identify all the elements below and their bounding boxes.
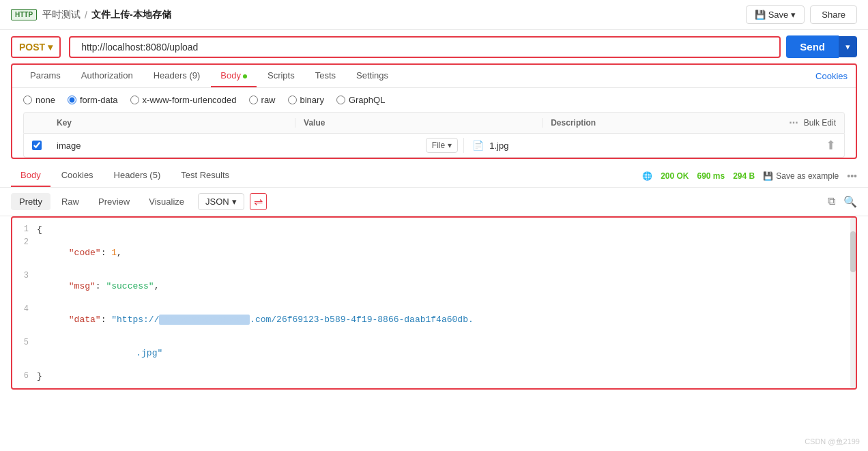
kv-table: Key Value Description ··· Bulk Edit imag…	[23, 112, 845, 158]
fmt-tab-pretty[interactable]: Pretty	[11, 193, 50, 210]
url-input[interactable]	[76, 38, 774, 57]
kv-desc-header: Description	[542, 118, 789, 128]
line-num-5: 5	[12, 338, 37, 347]
save-label: Save	[768, 10, 789, 20]
method-value: POST	[19, 42, 45, 53]
row-type-select[interactable]: File ▾	[426, 138, 458, 153]
url-input-wrapper	[69, 36, 781, 58]
line-num-2: 2	[12, 237, 37, 247]
code-line-6: 6 }	[12, 370, 856, 383]
cookies-link[interactable]: Cookies	[815, 66, 848, 87]
tab-authorization[interactable]: Authorization	[72, 65, 143, 87]
send-chevron-button[interactable]: ▾	[839, 36, 857, 57]
tab-body[interactable]: Body	[211, 65, 257, 87]
row-checkbox-cell	[32, 141, 57, 150]
response-more-icon[interactable]: •••	[847, 171, 857, 181]
tab-settings[interactable]: Settings	[347, 65, 398, 87]
method-select[interactable]: POST ▾	[12, 38, 59, 57]
body-type-formdata[interactable]: form-data	[68, 95, 118, 105]
upload-icon[interactable]: ⬆	[826, 138, 836, 153]
breadcrumb-separator: /	[85, 10, 87, 20]
format-select[interactable]: JSON ▾	[198, 193, 244, 210]
scrollbar-thumb[interactable]	[850, 231, 856, 272]
response-size: 294 B	[733, 171, 755, 181]
fmt-tab-preview[interactable]: Preview	[90, 193, 138, 210]
breadcrumb: 平时测试 / 文件上传-本地存储	[42, 9, 171, 21]
method-wrapper: POST ▾	[11, 36, 61, 58]
response-format-bar: Pretty Raw Preview Visualize JSON ▾ ⇌ ⧉ …	[0, 188, 868, 216]
top-bar: HTTP 平时测试 / 文件上传-本地存储 💾 Save ▾ Share	[0, 0, 868, 30]
response-status: 🌐 200 OK 690 ms 294 B 💾 Save as example …	[642, 171, 857, 181]
fmt-tab-visualize[interactable]: Visualize	[141, 193, 192, 210]
top-bar-actions: 💾 Save ▾ Share	[746, 5, 857, 24]
body-type-binary[interactable]: binary	[288, 95, 324, 105]
line-num-3: 3	[12, 271, 37, 280]
resp-tab-test-results[interactable]: Test Results	[171, 164, 239, 187]
scrollbar-track	[850, 218, 856, 388]
tab-scripts[interactable]: Scripts	[258, 65, 304, 87]
resp-tab-body[interactable]: Body	[11, 164, 50, 187]
save-example-label: Save as example	[776, 171, 839, 181]
response-time: 690 ms	[697, 171, 725, 181]
http-badge: HTTP	[11, 9, 37, 20]
code-line-2: 2 "code": 1,	[12, 236, 856, 270]
response-code-area: 1 { 2 "code": 1, 3 "msg": "success", 4 "…	[11, 216, 857, 390]
code-line-4: 4 "data": "https://xxxxxxxxxxxxxxxxx.com…	[12, 303, 856, 336]
save-button[interactable]: 💾 Save ▾	[746, 5, 805, 24]
format-chevron-icon: ▾	[232, 197, 237, 207]
tab-params[interactable]: Params	[20, 65, 70, 87]
line-num-6: 6	[12, 371, 37, 381]
method-chevron-icon: ▾	[48, 42, 53, 53]
line-num-4: 4	[12, 304, 37, 314]
wrap-icon[interactable]: ⇌	[250, 193, 267, 210]
send-button[interactable]: Send	[786, 35, 839, 58]
code-line-5: 5 .jpg"	[12, 336, 856, 370]
kv-key-header: Key	[57, 118, 295, 128]
body-type-options: none form-data x-www-form-urlencoded raw…	[12, 88, 856, 112]
row-filename: 1.jpg	[489, 141, 508, 151]
watermark: CSDN @鱼2199	[805, 437, 860, 447]
table-row: image File ▾ 📄 1.jpg ⬆	[23, 134, 845, 158]
request-section: Params Authorization Headers (9) Body Sc…	[11, 63, 857, 159]
body-type-none[interactable]: none	[23, 95, 55, 105]
save-as-example-button[interactable]: 💾 Save as example	[763, 171, 839, 181]
format-value: JSON	[205, 197, 229, 207]
copy-icon[interactable]: ⧉	[828, 195, 835, 208]
resp-format-actions: ⧉ 🔍	[828, 195, 857, 208]
bulk-edit-button[interactable]: Bulk Edit	[804, 118, 836, 128]
breadcrumb-current: 文件上传-本地存储	[91, 9, 171, 21]
body-type-urlencoded[interactable]: x-www-form-urlencoded	[130, 95, 237, 105]
row-key: image	[57, 141, 420, 151]
body-type-raw[interactable]: raw	[249, 95, 276, 105]
resp-tab-headers[interactable]: Headers (5)	[104, 164, 171, 187]
breadcrumb-home[interactable]: 平时测试	[42, 9, 81, 21]
type-chevron-icon: ▾	[448, 141, 452, 150]
fmt-tab-raw[interactable]: Raw	[53, 193, 87, 210]
kv-header: Key Value Description ··· Bulk Edit	[23, 112, 845, 134]
response-tabs: Body Cookies Headers (5) Test Results 🌐 …	[0, 164, 868, 188]
resp-tab-cookies[interactable]: Cookies	[52, 164, 103, 187]
code-line-1: 1 {	[12, 223, 856, 236]
kv-value-header: Value	[295, 118, 542, 128]
send-wrapper: Send ▾	[786, 35, 857, 58]
save-icon: 💾	[755, 10, 766, 20]
line-num-1: 1	[12, 224, 37, 234]
row-checkbox[interactable]	[32, 141, 42, 150]
code-line-3: 3 "msg": "success",	[12, 270, 856, 303]
body-dot	[243, 74, 247, 78]
save-chevron-icon[interactable]: ▾	[791, 10, 796, 20]
globe-icon: 🌐	[642, 171, 652, 181]
file-icon: 📄	[472, 140, 484, 151]
search-icon[interactable]: 🔍	[843, 195, 857, 208]
kv-bulk-area: ··· Bulk Edit	[789, 117, 836, 129]
tab-headers[interactable]: Headers (9)	[144, 65, 210, 87]
tab-tests[interactable]: Tests	[306, 65, 345, 87]
bulk-dots-icon[interactable]: ···	[789, 117, 798, 129]
share-button[interactable]: Share	[810, 5, 857, 24]
status-code: 200 OK	[661, 171, 689, 181]
request-tabs: Params Authorization Headers (9) Body Sc…	[12, 65, 856, 88]
body-type-graphql[interactable]: GraphQL	[336, 95, 385, 105]
save-example-icon: 💾	[763, 171, 773, 181]
row-value-cell: 📄 1.jpg ⬆	[463, 138, 836, 153]
